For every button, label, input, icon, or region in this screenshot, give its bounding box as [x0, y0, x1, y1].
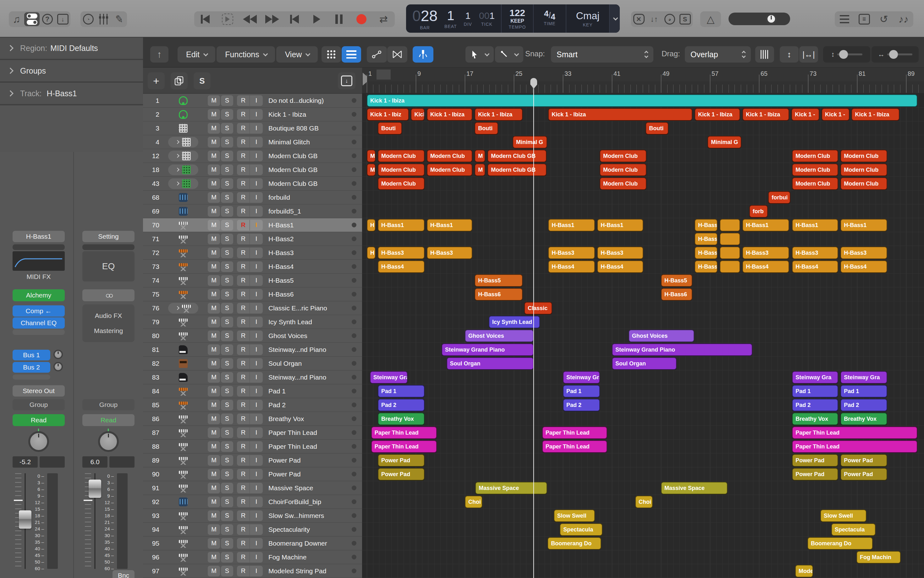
track-row-82[interactable]: 82MSRISoul Organ — [143, 357, 362, 370]
region-modern-club[interactable]: Modern Club — [792, 177, 838, 190]
record-enable-button[interactable]: R — [237, 331, 250, 341]
track-name[interactable]: Slow Sw...himmers — [269, 512, 352, 520]
mute-button[interactable]: M — [208, 220, 220, 231]
track-name[interactable]: Steinway...nd Piano — [269, 346, 352, 354]
region-h-bass4[interactable]: H-Bass4 — [548, 260, 595, 273]
record-enable-button[interactable]: R — [237, 566, 250, 576]
up-arrow-icon[interactable]: ↑ — [150, 46, 168, 63]
master-volume-slider[interactable] — [728, 13, 790, 25]
output-volume-fader[interactable] — [89, 480, 101, 498]
input-monitor-button[interactable]: I — [250, 261, 263, 272]
automation-mode-button[interactable]: Read — [13, 414, 65, 426]
media-browser-icon[interactable]: ♪♪ — [895, 12, 913, 26]
region-steinway-grand-piano[interactable]: Steinway Grand Piano — [612, 343, 752, 356]
region-modern-club[interactable]: Modern Club — [600, 150, 646, 162]
region-pad-1[interactable]: Pad 1 — [840, 385, 887, 398]
region-h-bass3[interactable]: H-Bass3 — [742, 247, 789, 259]
send-bus-1-button[interactable]: Bus 1 — [13, 350, 50, 360]
tuner-icon[interactable]: ◔ — [81, 12, 96, 26]
solo-button[interactable]: S — [221, 220, 233, 231]
track-row-96[interactable]: 96MSRIFog Machine — [143, 550, 362, 564]
region-modern-club[interactable]: Modern Club — [378, 164, 425, 176]
record-enable-button[interactable]: R — [237, 497, 250, 507]
solo-button[interactable]: S — [221, 123, 233, 134]
input-monitor-button[interactable]: I — [250, 95, 263, 106]
input-monitor-button[interactable]: I — [250, 469, 263, 480]
solo-button[interactable]: S — [221, 137, 233, 148]
mute-button[interactable]: M — [208, 566, 220, 576]
input-monitor-button[interactable]: I — [250, 455, 263, 466]
region-kick-1-ibiza[interactable]: Kick 1 - Ibiza — [694, 108, 740, 121]
track-name[interactable]: Massive Space — [269, 484, 352, 492]
region-breathy-vox[interactable]: Breathy Vox — [792, 412, 838, 425]
track-name[interactable]: Ghost Voices — [269, 332, 352, 339]
region-modern-club[interactable]: Modern Club — [378, 150, 425, 162]
bar-ruler[interactable]: 1917253341495765738189 — [362, 68, 924, 94]
region-h-bass1[interactable]: H-Bass1 — [742, 219, 789, 231]
track-disclosure-button[interactable] — [168, 164, 198, 175]
region-power-pad[interactable]: Power Pad — [378, 454, 425, 467]
region-h-bass1[interactable]: H-Bass1 — [427, 219, 473, 231]
region-bouti[interactable]: Bouti — [378, 122, 402, 135]
track-name[interactable]: Pad 2 — [269, 401, 352, 409]
mute-button[interactable]: M — [208, 109, 220, 120]
input-monitor-button[interactable]: I — [250, 427, 263, 438]
mute-button[interactable]: M — [208, 538, 220, 549]
track-row-84[interactable]: 84MSRIPad 1 — [143, 384, 362, 398]
track-name[interactable]: Boutique 808 GB — [269, 125, 352, 132]
cycle-icon[interactable]: ⇄ — [375, 12, 392, 26]
audio-fx-empty-slot[interactable] — [13, 329, 65, 335]
record-enable-button[interactable]: R — [237, 303, 250, 313]
region-kick-1-ibiza[interactable]: Kick 1 - Ibiza — [474, 108, 523, 121]
input-monitor-button[interactable]: I — [250, 483, 263, 494]
functions-menu[interactable]: Functions — [217, 46, 275, 63]
horizontal-zoom-slider[interactable]: ↔ — [872, 46, 919, 63]
input-monitor-button[interactable]: I — [250, 441, 263, 452]
strip-gain-slot[interactable] — [13, 244, 65, 250]
region-h-bass6[interactable]: H-Bass6 — [661, 288, 693, 300]
region-h-bass1[interactable]: H-Bass1 — [548, 219, 595, 231]
region-pad-2[interactable]: Pad 2 — [840, 399, 887, 411]
output-peak-value[interactable] — [109, 456, 134, 468]
input-monitor-button[interactable]: I — [250, 552, 263, 563]
track-row-92[interactable]: 92MSRIChoirForBuild_bip — [143, 495, 362, 509]
track-solo-icon[interactable]: S — [194, 72, 210, 89]
output-eq-slot[interactable]: EQ — [83, 251, 134, 281]
region-power-pad[interactable]: Power Pad — [792, 454, 838, 467]
region-h-bass3[interactable]: H-Bass3 — [694, 247, 717, 259]
region-power-pad[interactable]: Power Pad — [840, 454, 887, 467]
input-monitor-button[interactable]: I — [250, 386, 263, 396]
mute-button[interactable]: M — [208, 164, 220, 175]
solo-mode-icon[interactable]: S — [677, 12, 693, 26]
add-track-icon[interactable]: + — [148, 72, 165, 89]
track-row-85[interactable]: 85MSRIPad 2 — [143, 398, 362, 412]
track-row-81[interactable]: 81MSRISteinway...nd Piano — [143, 343, 362, 357]
solo-button[interactable]: S — [221, 344, 233, 355]
track-name[interactable]: Boomerang Downer — [269, 540, 352, 547]
track-row-70[interactable]: 70MSRIH-Bass1 — [143, 218, 362, 232]
solo-button[interactable]: S — [221, 510, 233, 521]
region-pad-1[interactable]: Pad 1 — [378, 385, 425, 398]
region-modern-club[interactable]: Modern Club — [427, 150, 473, 162]
region-boomerang-do[interactable]: Boomerang Do — [807, 537, 873, 550]
track-row-1[interactable]: 1MSRIDo not d...ducking) — [143, 94, 362, 107]
track-row-87[interactable]: 87MSRIPaper Thin Lead — [143, 426, 362, 440]
track-name[interactable]: Soul Organ — [269, 360, 352, 367]
track-row-68[interactable]: 68MSRIforbuild — [143, 191, 362, 205]
record-enable-button[interactable]: R — [237, 386, 250, 396]
mute-button[interactable]: M — [208, 151, 220, 161]
region-forbui[interactable]: forbui — [768, 191, 790, 204]
input-monitor-button[interactable]: I — [250, 151, 263, 161]
inspector-track-header[interactable]: Track: H-Bass1 — [0, 83, 143, 106]
region-modern-club[interactable]: Modern Club — [378, 177, 425, 190]
region-h-bass3[interactable]: H-Bass3 — [792, 247, 838, 259]
region-steinway-gra[interactable]: Steinway Gra — [840, 371, 887, 384]
pan-knob[interactable] — [28, 431, 49, 452]
region-kick-1-[interactable]: Kick 1 - — [822, 108, 850, 121]
mute-button[interactable]: M — [208, 455, 220, 466]
track-row-74[interactable]: 74MSRIH-Bass5 — [143, 274, 362, 287]
region-soul-organ[interactable]: Soul Organ — [612, 357, 676, 370]
solo-button[interactable]: S — [221, 275, 233, 286]
record-enable-button[interactable]: R — [237, 192, 250, 203]
pointer-tool-dropdown[interactable] — [466, 46, 494, 63]
